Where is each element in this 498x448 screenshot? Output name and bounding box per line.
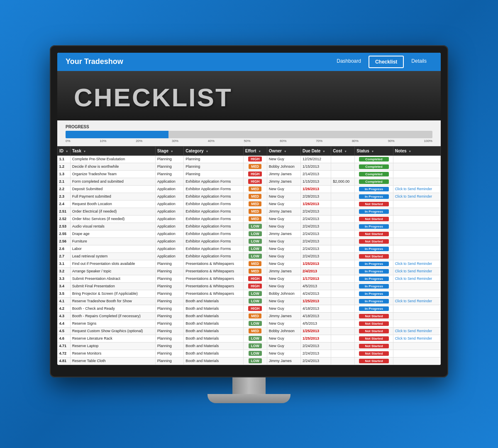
cell-stage: Planning xyxy=(155,350,184,357)
cell-id: 2.1 xyxy=(58,178,71,185)
cell-stage: Planning xyxy=(155,357,184,365)
date-value: 1/25/2013 xyxy=(303,299,319,303)
cell-id: 2.6 xyxy=(58,245,71,252)
cell-date: 2/24/2013 xyxy=(300,230,331,237)
send-reminder-link[interactable]: Click to Send Reminder xyxy=(395,269,432,273)
date-value: 4/5/2013 xyxy=(303,321,317,326)
cell-stage: Planning xyxy=(155,290,184,297)
status-filter-arrow[interactable]: ▼ xyxy=(371,150,374,153)
cell-notes[interactable]: Click to Send Reminder xyxy=(393,267,440,275)
cell-cost: $2,000.00 xyxy=(331,178,355,185)
cell-id: 4.81 xyxy=(58,357,71,365)
cell-status: Completed xyxy=(355,178,393,185)
cell-task: Organize Tradeshow Team xyxy=(70,170,155,178)
send-reminder-link[interactable]: Click to Send Reminder xyxy=(395,277,432,281)
cell-date: 2/24/2013 xyxy=(300,223,331,230)
table-row: 4.6 Reserve Literature Rack Planning Boo… xyxy=(58,335,441,342)
nav-details[interactable]: Details xyxy=(405,56,432,68)
cell-notes[interactable]: Click to Send Reminder xyxy=(393,327,440,335)
cell-category: Presentations & Whitepapers xyxy=(184,290,243,297)
cell-notes xyxy=(393,237,440,245)
cell-category: Exhibitor Application Forms xyxy=(184,200,243,208)
cell-owner: New Guy xyxy=(267,282,300,290)
checklist-table-container: ID ▼ Task ▼ Stage ▼ Category ▼ Effort ▼ … xyxy=(57,146,441,365)
date-value: 2/24/2013 xyxy=(303,247,319,251)
cell-notes[interactable]: Click to Send Reminder xyxy=(393,297,440,305)
cell-owner: New Guy xyxy=(267,335,300,342)
col-category: Category ▼ xyxy=(184,146,243,155)
date-filter-arrow[interactable]: ▼ xyxy=(322,150,325,153)
cell-effort: MED xyxy=(243,193,267,200)
status-badge: In Progress xyxy=(359,209,389,214)
task-filter-arrow[interactable]: ▼ xyxy=(83,150,86,153)
effort-filter-arrow[interactable]: ▼ xyxy=(258,150,261,153)
cell-date: 1/15/2013 xyxy=(300,178,331,185)
cell-status: In Progress xyxy=(355,223,393,230)
cell-category: Exhibitor Application Forms xyxy=(184,230,243,237)
send-reminder-link[interactable]: Click to Send Reminder xyxy=(395,329,432,333)
cell-task: Drape age xyxy=(70,230,155,237)
cell-date: 1/26/2013 xyxy=(300,200,331,208)
table-row: 2.4 Request Booth Location Application E… xyxy=(58,200,441,208)
cell-category: Presentations & Whitepapers xyxy=(184,282,243,290)
progress-bar-container xyxy=(66,131,432,138)
effort-badge: HIGH xyxy=(248,179,262,184)
send-reminder-link[interactable]: Click to Send Reminder xyxy=(395,194,432,198)
cell-task: Bring Projector & Screen (If Appliciable… xyxy=(70,290,155,297)
cell-category: Booth and Materials xyxy=(184,312,243,320)
cell-stage: Planning xyxy=(155,260,184,267)
cell-notes[interactable]: Click to Send Reminder xyxy=(393,185,440,193)
cell-effort: LOW xyxy=(243,342,267,350)
stage-filter-arrow[interactable]: ▼ xyxy=(171,150,173,153)
notes-filter-arrow[interactable]: ▼ xyxy=(408,150,411,153)
cost-filter-arrow[interactable]: ▼ xyxy=(344,150,347,153)
cell-task: Order Electrical (if needed) xyxy=(70,208,155,215)
send-reminder-link[interactable]: Click to Send Reminder xyxy=(395,262,432,266)
id-filter-arrow[interactable]: ▼ xyxy=(66,150,68,153)
cell-task: Deposit Submitted xyxy=(70,185,155,193)
date-value: 2/24/2013 xyxy=(303,239,319,243)
cell-date: 2/28/2013 xyxy=(300,193,331,200)
cell-status: In Progress xyxy=(355,260,393,267)
cell-status: In Progress xyxy=(355,297,393,305)
effort-badge: HIGH xyxy=(248,171,262,176)
cell-category: Booth and Materials xyxy=(184,350,243,357)
nav-checklist[interactable]: Checklist xyxy=(369,56,404,68)
send-reminder-link[interactable]: Click to Send Reminder xyxy=(395,336,432,340)
cell-cost xyxy=(331,163,355,170)
status-badge: In Progress xyxy=(359,224,389,229)
cell-notes xyxy=(393,290,440,297)
cell-notes[interactable]: Click to Send Reminder xyxy=(393,260,440,267)
monitor-wrapper: Your Tradeshow Dashboard Checklist Detai… xyxy=(50,45,448,403)
owner-filter-arrow[interactable]: ▼ xyxy=(284,150,287,153)
cell-status: In Progress xyxy=(355,282,393,290)
effort-badge: MED xyxy=(249,201,261,206)
cell-status: Not Started xyxy=(355,350,393,357)
cell-notes[interactable]: Click to Send Reminder xyxy=(393,335,440,342)
date-value: 2/28/2013 xyxy=(303,194,319,198)
status-badge: Not Started xyxy=(359,351,389,356)
cell-status: In Progress xyxy=(355,185,393,193)
cell-id: 4.3 xyxy=(58,312,71,320)
cell-date: 2/24/2013 xyxy=(300,252,331,260)
cell-effort: MED xyxy=(243,215,267,223)
send-reminder-link[interactable]: Click to Send Reminder xyxy=(395,187,432,191)
cell-category: Exhibitor Application Forms xyxy=(184,252,243,260)
date-value: 12/26/2012 xyxy=(303,157,321,161)
cell-notes[interactable]: Click to Send Reminder xyxy=(393,275,440,282)
cell-notes[interactable]: Click to Send Reminder xyxy=(393,193,440,200)
cell-cost xyxy=(331,170,355,178)
cat-filter-arrow[interactable]: ▼ xyxy=(205,150,208,153)
cell-category: Exhibitor Application Forms xyxy=(184,237,243,245)
send-reminder-link[interactable]: Click to Send Reminder xyxy=(395,299,432,303)
cell-owner: Jimmy James xyxy=(267,312,300,320)
date-value: 2/24/2013 xyxy=(303,224,319,228)
cell-task: Reserve Table Cloth xyxy=(70,357,155,365)
cell-category: Booth and Materials xyxy=(184,305,243,312)
cell-effort: LOW xyxy=(243,252,267,260)
nav-dashboard[interactable]: Dashboard xyxy=(331,56,367,68)
table-row: 4.3 Booth - Repairs Completed (if necess… xyxy=(58,312,441,320)
table-row: 3.4 Submit Final Presentation Planning P… xyxy=(58,282,441,290)
col-effort: Effort ▼ xyxy=(243,146,267,155)
cell-id: 1.3 xyxy=(58,170,71,178)
